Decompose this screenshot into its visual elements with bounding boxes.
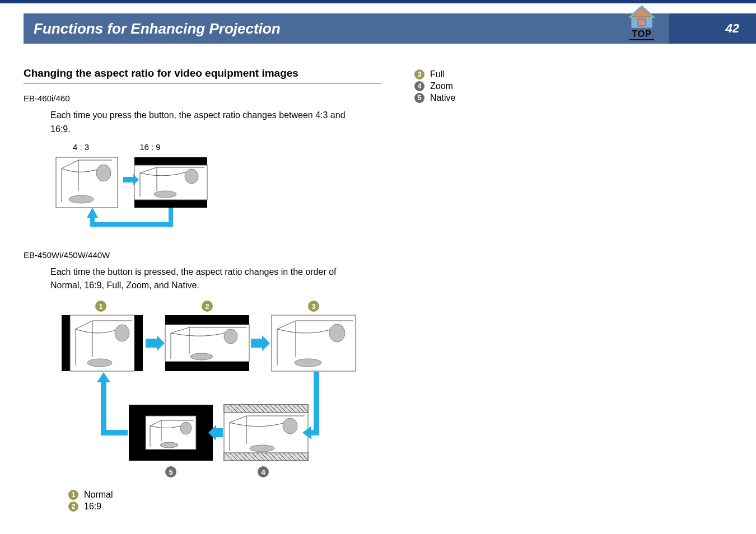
header-bar: Functions for Enhancing Projection 42 TO… (0, 0, 756, 50)
thumb-zoom (224, 405, 308, 461)
page-title: Functions for Enhancing Projection (34, 20, 281, 38)
svg-point-41 (250, 445, 274, 452)
legend-item-1: 1 Normal (68, 490, 381, 500)
content-columns: Changing the aspect ratio for video equi… (0, 50, 756, 513)
legend-label-3: Full (430, 69, 445, 79)
svg-text:3: 3 (311, 302, 315, 311)
left-column: Changing the aspect ratio for video equi… (0, 67, 381, 513)
thumb-native (129, 405, 213, 461)
legend-label-5: Native (430, 93, 455, 103)
svg-point-24 (115, 325, 129, 341)
page-number-box: 42 (669, 13, 756, 44)
legend-label-4: Zoom (430, 81, 453, 91)
svg-point-40 (283, 418, 297, 434)
legend-right: 3 Full 4 Zoom 5 Native (414, 69, 717, 103)
home-top-icon (626, 4, 658, 29)
svg-rect-37 (224, 405, 308, 461)
svg-point-25 (87, 359, 112, 367)
svg-marker-43 (251, 335, 270, 351)
section-heading: Changing the aspect ratio for video equi… (24, 67, 381, 83)
legend-item-5: 5 Native (414, 93, 717, 103)
badge-3: 3 (414, 69, 424, 79)
page-number: 42 (726, 21, 739, 36)
model-label-b: EB-450Wi/450W/440W (24, 250, 381, 260)
thumb-169 (165, 315, 249, 371)
svg-point-32 (295, 359, 321, 367)
figure-a: 4 : 3 16 : 9 (50, 142, 381, 243)
badge-2: 2 (68, 502, 78, 512)
svg-point-5 (69, 195, 94, 203)
legend-label-1: Normal (84, 490, 113, 500)
badge-4: 4 (414, 81, 424, 91)
right-column: 3 Full 4 Zoom 5 Native (414, 67, 717, 513)
legend-item-4: 4 Zoom (414, 81, 717, 91)
svg-text:5: 5 (169, 468, 172, 476)
legend-item-3: 3 Full (414, 69, 717, 79)
legend-left: 1 Normal 2 16:9 (68, 490, 381, 512)
aspect-label-169: 16 : 9 (139, 142, 161, 152)
svg-marker-46 (97, 372, 110, 382)
badge-1: 1 (68, 490, 78, 500)
figure-b: 1 2 3 4 5 (50, 298, 381, 485)
svg-point-28 (224, 329, 237, 344)
svg-point-8 (185, 169, 198, 184)
figure-a-svg (50, 152, 218, 241)
legend-label-2: 16:9 (84, 502, 101, 512)
badge-5: 5 (414, 93, 424, 103)
figure-b-svg: 1 2 3 4 5 (50, 298, 364, 483)
svg-point-29 (190, 353, 213, 360)
model-label-a: EB-460i/460 (24, 93, 381, 103)
thumb-normal (62, 315, 143, 371)
svg-point-35 (180, 422, 192, 434)
desc-a: Each time you press the button, the aspe… (50, 109, 364, 137)
desc-b: Each time the button is pressed, the asp… (50, 265, 364, 293)
svg-marker-11 (87, 208, 98, 218)
aspect-label-43: 4 : 3 (73, 142, 89, 152)
svg-point-36 (160, 442, 178, 448)
top-label: TOP (629, 29, 654, 40)
thumb-full (272, 315, 356, 371)
svg-text:2: 2 (205, 302, 209, 311)
svg-marker-42 (146, 335, 165, 351)
svg-text:4: 4 (261, 468, 265, 476)
legend-item-2: 2 16:9 (68, 502, 381, 512)
svg-point-4 (96, 165, 111, 181)
svg-text:1: 1 (99, 302, 102, 311)
svg-rect-1 (638, 19, 646, 26)
svg-point-31 (329, 324, 345, 342)
svg-point-9 (154, 191, 176, 198)
top-badge[interactable]: TOP (620, 4, 664, 40)
